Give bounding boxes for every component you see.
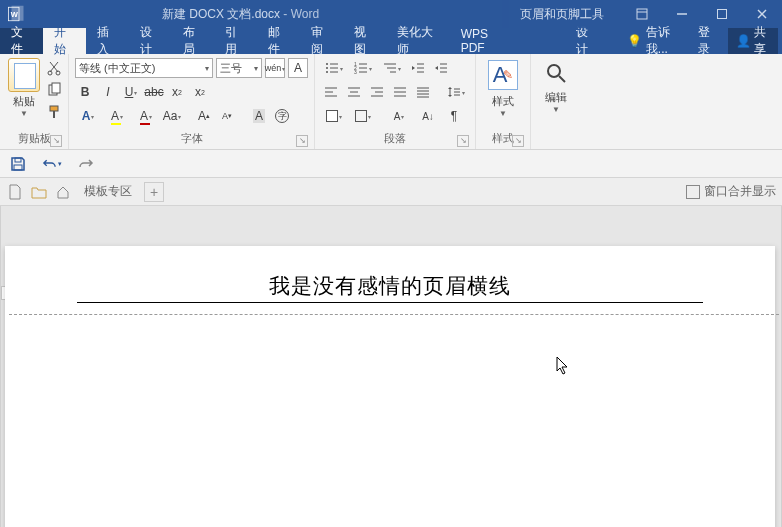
text-effects-button[interactable]: A▾ bbox=[75, 106, 101, 126]
dialog-launcher-icon[interactable]: ↘ bbox=[512, 135, 524, 147]
change-case-button[interactable]: Aa▾ bbox=[162, 106, 182, 126]
tab-layout[interactable]: 布局 bbox=[172, 28, 215, 54]
numbering-button[interactable]: 123▾ bbox=[350, 58, 376, 78]
new-doc-icon[interactable] bbox=[6, 183, 24, 201]
svg-text:W: W bbox=[11, 10, 19, 19]
sort-button[interactable]: A↓ bbox=[415, 106, 441, 126]
decrease-indent-button[interactable] bbox=[408, 58, 428, 78]
page[interactable]: 我是没有感情的页眉横线 bbox=[5, 246, 775, 527]
tab-beautify[interactable]: 美化大师 bbox=[386, 28, 450, 54]
window-merge-icon[interactable] bbox=[686, 185, 700, 199]
paste-icon bbox=[8, 58, 40, 92]
format-painter-icon[interactable] bbox=[46, 104, 62, 120]
italic-button[interactable]: I bbox=[98, 82, 118, 102]
grow-font-button[interactable]: A▴ bbox=[194, 106, 214, 126]
mouse-cursor-icon bbox=[556, 356, 570, 376]
align-justify-button[interactable] bbox=[390, 82, 410, 102]
align-center-button[interactable] bbox=[344, 82, 364, 102]
quick-access-toolbar: ▾ bbox=[0, 150, 782, 178]
group-label-font: 字体↘ bbox=[73, 129, 310, 149]
svg-rect-13 bbox=[50, 106, 58, 111]
character-border-button[interactable]: A bbox=[288, 58, 308, 78]
tab-references[interactable]: 引用 bbox=[214, 28, 257, 54]
group-styles: A✎ 样式 ▼ 样式↘ bbox=[476, 54, 531, 149]
tell-me-search[interactable]: 💡告诉我... bbox=[619, 28, 688, 54]
open-folder-icon[interactable] bbox=[30, 183, 48, 201]
tab-review[interactable]: 审阅 bbox=[300, 28, 343, 54]
font-name-combo[interactable]: 等线 (中文正文)▾ bbox=[75, 58, 213, 78]
bold-button[interactable]: B bbox=[75, 82, 95, 102]
svg-text:3: 3 bbox=[354, 69, 357, 75]
document-tab-bar: 模板专区 + 窗口合并显示 bbox=[0, 178, 782, 206]
styles-button[interactable]: A✎ 样式 ▼ bbox=[480, 56, 526, 129]
header-area[interactable]: 我是没有感情的页眉横线 bbox=[77, 272, 703, 303]
save-button[interactable] bbox=[8, 154, 28, 174]
align-distributed-button[interactable] bbox=[413, 82, 433, 102]
find-icon bbox=[543, 60, 569, 86]
show-hide-marks-button[interactable]: ¶ bbox=[444, 106, 464, 126]
tab-insert[interactable]: 插入 bbox=[86, 28, 129, 54]
align-right-button[interactable] bbox=[367, 82, 387, 102]
undo-button[interactable]: ▾ bbox=[42, 154, 62, 174]
superscript-button[interactable]: x2 bbox=[190, 82, 210, 102]
paste-button[interactable]: 粘贴 ▼ bbox=[4, 56, 44, 129]
header-boundary-line bbox=[9, 314, 779, 315]
svg-point-19 bbox=[326, 71, 328, 73]
maximize-icon[interactable] bbox=[702, 0, 742, 28]
subscript-button[interactable]: x2 bbox=[167, 82, 187, 102]
editing-button[interactable]: 编辑 ▼ bbox=[535, 56, 577, 132]
multilevel-list-button[interactable]: ▾ bbox=[379, 58, 405, 78]
ribbon-tabs: 文件 开始 插入 设计 布局 引用 邮件 审阅 视图 美化大师 WPS PDF … bbox=[0, 28, 782, 54]
group-label-paragraph: 段落↘ bbox=[319, 129, 471, 149]
shading-button[interactable]: ▾ bbox=[321, 106, 347, 126]
chevron-down-icon: ▼ bbox=[552, 105, 560, 114]
asian-layout-button[interactable]: A▾ bbox=[386, 106, 412, 126]
copy-icon[interactable] bbox=[46, 82, 62, 98]
dialog-launcher-icon[interactable]: ↘ bbox=[457, 135, 469, 147]
chevron-down-icon: ▼ bbox=[20, 109, 28, 118]
svg-point-17 bbox=[326, 67, 328, 69]
redo-button[interactable] bbox=[76, 154, 96, 174]
tab-wps-pdf[interactable]: WPS PDF bbox=[450, 28, 520, 54]
character-shading-button[interactable]: A bbox=[249, 106, 269, 126]
contextual-tab-header-footer-tools: 页眉和页脚工具 bbox=[502, 0, 622, 28]
tab-file[interactable]: 文件 bbox=[0, 28, 43, 54]
font-size-combo[interactable]: 三号▾ bbox=[216, 58, 262, 78]
group-label-styles: 样式↘ bbox=[480, 129, 526, 149]
font-color-button[interactable]: A▾ bbox=[133, 106, 159, 126]
tab-home[interactable]: 开始 bbox=[43, 28, 86, 54]
minimize-icon[interactable] bbox=[662, 0, 702, 28]
svg-line-57 bbox=[559, 76, 565, 82]
svg-rect-14 bbox=[53, 111, 55, 118]
tab-mailings[interactable]: 邮件 bbox=[257, 28, 300, 54]
document-area[interactable]: 我是没有感情的页眉横线 bbox=[0, 206, 782, 527]
bullets-button[interactable]: ▾ bbox=[321, 58, 347, 78]
dialog-launcher-icon[interactable]: ↘ bbox=[50, 135, 62, 147]
ribbon-display-options-icon[interactable] bbox=[622, 0, 662, 28]
ribbon: 粘贴 ▼ 剪贴板↘ 等线 (中文正文)▾ 三号▾ wén▾ A B bbox=[0, 54, 782, 150]
tab-view[interactable]: 视图 bbox=[343, 28, 386, 54]
tab-design[interactable]: 设计 bbox=[129, 28, 172, 54]
template-zone-tab[interactable]: 模板专区 bbox=[78, 183, 138, 200]
login-button[interactable]: 登录 bbox=[690, 28, 726, 54]
add-tab-button[interactable]: + bbox=[144, 182, 164, 202]
align-left-button[interactable] bbox=[321, 82, 341, 102]
underline-button[interactable]: U▾ bbox=[121, 82, 141, 102]
share-button[interactable]: 👤共享 bbox=[728, 28, 778, 54]
strikethrough-button[interactable]: abc bbox=[144, 82, 164, 102]
phonetic-guide-button[interactable]: wén▾ bbox=[265, 58, 285, 78]
close-icon[interactable] bbox=[742, 0, 782, 28]
header-text[interactable]: 我是没有感情的页眉横线 bbox=[77, 272, 703, 303]
borders-button[interactable]: ▾ bbox=[350, 106, 376, 126]
shrink-font-button[interactable]: A▾ bbox=[217, 106, 237, 126]
tab-header-footer-design[interactable]: 设计 bbox=[554, 28, 619, 54]
increase-indent-button[interactable] bbox=[431, 58, 451, 78]
enclose-characters-button[interactable]: 字 bbox=[272, 106, 292, 126]
window-merge-label[interactable]: 窗口合并显示 bbox=[704, 183, 776, 200]
window-controls bbox=[622, 0, 782, 28]
highlight-button[interactable]: A▾ bbox=[104, 106, 130, 126]
dialog-launcher-icon[interactable]: ↘ bbox=[296, 135, 308, 147]
cut-icon[interactable] bbox=[46, 60, 62, 76]
home-icon[interactable] bbox=[54, 183, 72, 201]
line-spacing-button[interactable]: ▾ bbox=[443, 82, 469, 102]
